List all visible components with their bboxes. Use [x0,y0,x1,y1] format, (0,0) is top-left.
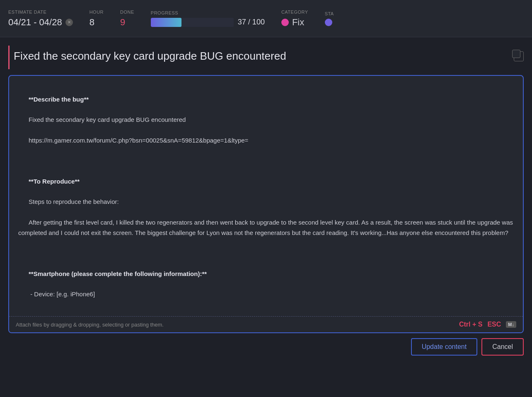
progress-text: 37 / 100 [238,18,265,27]
progress-label: PROGRESS [151,10,265,15]
status-field: STA [325,11,334,26]
status-label: STA [325,11,334,16]
status-dot [325,19,332,26]
estimate-date-label: ESTIMATE DATE [8,10,73,15]
progress-bar-track [151,18,234,27]
keyboard-cancel-hint: ESC [487,321,501,328]
copy-icon[interactable] [514,51,524,61]
estimate-date-value: 04/21 - 04/28 ✕ [8,17,73,28]
estimate-date-close[interactable]: ✕ [65,19,73,26]
progress-bar-container: 37 / 100 [151,18,265,27]
update-content-button[interactable]: Update content [411,338,478,356]
estimate-date-field: ESTIMATE DATE 04/21 - 04/28 ✕ [8,10,73,28]
editor-content[interactable]: **Describe the bug** Fixed the secondary… [9,76,523,316]
action-row: Update content Cancel [8,333,524,362]
done-label: DONE [120,10,134,15]
hour-label: HOUR [89,10,104,15]
main-content: Fixed the secondary key card upgrade BUG… [0,37,532,362]
done-field: DONE 9 [120,10,134,28]
category-field: CATEGORY Fix [281,10,308,28]
progress-field: PROGRESS 37 / 100 [151,10,265,27]
cancel-button[interactable]: Cancel [481,338,524,356]
keyboard-save-hint: Ctrl + S [459,321,482,328]
category-text: Fix [292,17,304,28]
status-value[interactable] [325,19,334,26]
task-title: Fixed the secondary key card upgrade BUG… [14,50,286,63]
done-value: 9 [120,17,134,28]
hour-field: HOUR 8 [89,10,104,28]
top-bar: ESTIMATE DATE 04/21 - 04/28 ✕ HOUR 8 DON… [0,0,532,37]
progress-bar-fill [151,18,181,27]
category-value[interactable]: Fix [281,17,308,28]
category-label: CATEGORY [281,10,308,15]
keyboard-hints: Ctrl + S ESC M↓ [459,321,516,328]
markdown-badge: M↓ [506,321,516,328]
attach-hint: Attach files by dragging & dropping, sel… [16,322,164,328]
title-row: Fixed the secondary key card upgrade BUG… [8,46,524,69]
attach-bar: Attach files by dragging & dropping, sel… [9,317,523,332]
category-dot [281,19,289,26]
hour-value: 8 [89,17,104,28]
editor-container: **Describe the bug** Fixed the secondary… [8,75,524,333]
